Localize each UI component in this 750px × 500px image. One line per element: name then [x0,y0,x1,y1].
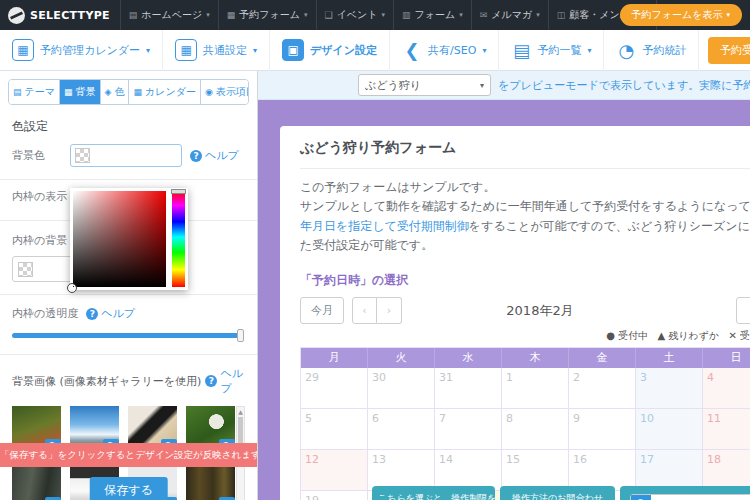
search-icon[interactable] [631,495,651,500]
top-menu-item[interactable]: ▦ 予約フォーム ▾ [218,0,316,30]
calendar-day-cell[interactable]: 14 [435,450,502,491]
calendar-day-cell[interactable]: 6 [368,409,435,450]
menu-item-label: メルマガ [491,8,532,22]
tab-icon: ◉ [205,87,213,97]
top-menu-item[interactable]: ▤ ホームページ ▾ [120,0,218,30]
gallery-thumbnail[interactable] [12,464,61,500]
toolbar-item-label: 予約一覧 [537,43,581,58]
helper-banner-button-1[interactable]: こちらを選ぶと、操作制限を解除します [372,486,495,500]
bg-color-input[interactable] [70,144,182,167]
calendar-day-cell[interactable]: 17 [636,450,703,491]
menu-item-icon: ▤ [129,10,138,20]
menu-item-label: イベント [337,8,378,22]
design-tab[interactable]: ▤ テーマ [9,80,59,104]
toolbar-item[interactable]: ◔ 予約統計 [604,30,699,71]
toolbar-item[interactable]: ▤ 予約一覧 ▾ [499,30,604,71]
chevron-down-icon: ▾ [480,81,484,90]
day-number: 19 [305,494,363,500]
bg-color-help-link[interactable]: ヘルプ [190,148,239,163]
calendar-day-cell[interactable]: 10 [636,409,703,450]
calendar-day-cell[interactable]: 9 [569,409,636,450]
helper-banner-button-2[interactable]: 操作方法のお問合わせ [500,486,615,500]
calendar-day-cell[interactable]: 31 [435,368,502,409]
opacity-help-link[interactable]: ヘルプ [86,306,135,321]
chevron-down-icon: ▾ [382,11,386,19]
top-menu-item[interactable]: ❑ イベント ▾ [316,0,394,30]
legend-symbol-icon: ● [606,330,615,341]
calendar-controls: 今月 ‹ › 2018年2月 週 [300,297,750,324]
saturation-field[interactable] [73,191,166,287]
color-picker-popup [70,188,188,290]
opacity-slider[interactable] [12,333,241,338]
divider [0,354,257,355]
hue-bar[interactable] [172,191,185,287]
slider-handle[interactable] [237,329,244,342]
prev-month-button[interactable]: ‹ [352,297,377,324]
calendar-day-cell[interactable]: 7 [435,409,502,450]
scroll-up-arrow[interactable]: ▲ [237,407,244,416]
week-view-button[interactable]: 週 [736,297,750,324]
top-menu-item[interactable]: ▥ フォーム ▾ [393,0,471,30]
toolbar-item[interactable]: ▣ デザイン設定 [270,30,390,71]
bg-color-label: 背景色 [12,148,70,163]
day-number: 16 [573,453,631,466]
bg-image-help-link[interactable]: ヘルプ [205,366,245,396]
next-month-button[interactable]: › [377,297,402,324]
divider [0,294,257,295]
toolbar-item-label: 共有/SEO [428,43,476,58]
form-title: ぶどう狩り予約フォーム [300,139,750,169]
design-tab[interactable]: ▦ 背景 [59,80,100,104]
calendar-day-cell[interactable]: 5 [301,409,368,450]
description-line: 年月日を指定して受付期間制御をすることが可能ですので、ぶどう狩りシーズンに併せて… [300,217,750,236]
calendar-day-cell[interactable]: 3 [636,368,703,409]
transparent-swatch-icon [75,148,90,163]
form-preview-background: ぶどう狩り予約フォーム この予約フォームはサンプルです。 サンプルとして動作を確… [258,100,750,500]
day-header: 火 [368,348,435,368]
legend-label: 受付終了 [740,330,750,341]
help-search-widget [630,494,750,500]
toolbar-item-icon: ▦ [175,39,197,61]
calendar-day-cell[interactable]: 8 [502,409,569,450]
design-tab[interactable]: ◉ 表示項目 [200,80,249,104]
hue-handle[interactable] [171,189,186,194]
help-search-input[interactable] [651,495,750,500]
bg-color-row: 背景色 ヘルプ [12,144,245,167]
chevron-down-icon: ▾ [146,46,150,55]
gallery-thumbnail[interactable] [186,464,235,500]
datetime-selection-heading: 「予約日時」の選択 [300,272,750,289]
show-reservation-form-button[interactable]: 予約フォームを表示 ▾ [620,4,742,26]
chevron-down-icon: ▾ [587,46,591,55]
toolbar-item[interactable]: ❮ 共有/SEO ▾ [390,30,499,71]
brand[interactable]: SELECTTYPE [0,0,120,30]
design-tab[interactable]: ▦ カレンダー [128,80,199,104]
save-button[interactable]: 保存する [89,477,168,500]
day-number: 18 [707,453,750,466]
this-month-button[interactable]: 今月 [300,297,344,324]
calendar-day-cell[interactable]: 4 [703,368,750,409]
preview-target-select[interactable]: ぶどう狩り ▾ [358,74,491,96]
calendar-day-cell[interactable]: 19 [301,491,368,500]
reservation-accepting-button[interactable]: 予約受付 [708,37,750,64]
calendar-day-cell[interactable]: 15 [502,450,569,491]
tab-label: 色 [114,85,124,99]
top-menu-item[interactable]: ✉ メルマガ ▾ [471,0,548,30]
calendar-day-cell[interactable]: 16 [569,450,636,491]
calendar-day-cell[interactable]: 11 [703,409,750,450]
preview-mode-message: をプレビューモードで表示しています。実際に予約はされません。 [498,78,750,93]
calendar-day-cell[interactable]: 13 [368,450,435,491]
help-icon [86,308,98,320]
toolbar-item-icon: ❮ [402,39,422,61]
description-line: た受付設定が可能です。 [300,236,750,255]
calendar-day-cell[interactable]: 30 [368,368,435,409]
period-control-link[interactable]: 年月日を指定して受付期間制御 [300,219,469,233]
toolbar-item[interactable]: ▦ 予約管理カレンダー ▾ [0,30,163,71]
calendar-day-cell[interactable]: 1 [502,368,569,409]
calendar-day-cell[interactable]: 18 [703,450,750,491]
design-tab[interactable]: ◈ 色 [100,80,129,104]
content-area: ▤ テーマ ▦ 背景 ◈ 色 ▦ カレンダー ◉ 表示項目 [0,71,750,500]
calendar-day-cell[interactable]: 12 [301,450,368,491]
saturation-handle[interactable] [67,283,77,293]
toolbar-item[interactable]: ▦ 共通設定 ▾ [163,30,270,71]
calendar-day-cell[interactable]: 29 [301,368,368,409]
calendar-day-cell[interactable]: 2 [569,368,636,409]
